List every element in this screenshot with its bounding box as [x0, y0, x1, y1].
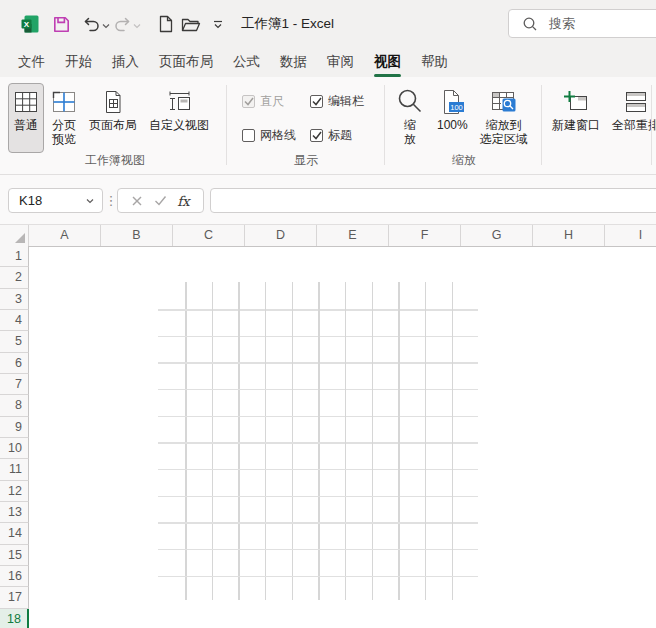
group-separator: [651, 85, 652, 165]
checkbox-label: 直尺: [260, 93, 284, 110]
button-label: 缩放: [404, 118, 416, 146]
checkbox-box-icon: [242, 95, 255, 108]
row-header-18[interactable]: 18: [0, 609, 29, 628]
new-window-button[interactable]: 新建窗口: [547, 83, 605, 153]
row-header-9[interactable]: 9: [0, 417, 29, 438]
new-file-button[interactable]: [155, 14, 175, 34]
grid-line-horizontal: [158, 576, 478, 578]
grid-line-vertical: [185, 282, 187, 600]
row-header-14[interactable]: 14: [0, 523, 29, 544]
group-label: 工作簿视图: [8, 152, 222, 169]
formula-buttons: fx: [117, 188, 204, 213]
grid-line-horizontal: [158, 442, 478, 444]
excel-window: X 工作簿1 - Excel 搜索 文件开始插入页面布局公式数据审阅视图帮助 普…: [0, 0, 656, 628]
headings-checkbox[interactable]: 标题: [310, 127, 380, 144]
page-layout-view-button[interactable]: 页面布局: [84, 83, 142, 153]
arrange-all-button[interactable]: 全部重排: [607, 83, 656, 153]
select-all-triangle-icon: [15, 233, 25, 243]
button-label: 全部重排: [612, 118, 656, 132]
excel-logo-icon: X: [20, 14, 40, 34]
formula-input[interactable]: [210, 188, 656, 213]
row-header-2[interactable]: 2: [0, 267, 29, 288]
button-label: 普通: [14, 118, 38, 132]
button-row: 缩放100100%缩放到选定区域: [390, 83, 538, 153]
new-window-icon: [562, 86, 590, 118]
name-box-chevron-icon[interactable]: [86, 198, 94, 204]
row-header-4[interactable]: 4: [0, 310, 29, 331]
tab-help[interactable]: 帮助: [421, 47, 448, 77]
cancel-button[interactable]: [131, 195, 143, 207]
normal-view-button[interactable]: 普通: [8, 83, 44, 153]
insert-function-button[interactable]: fx: [177, 193, 190, 209]
grid-line-vertical: [398, 282, 400, 600]
zoom-to-selection-button[interactable]: 缩放到选定区域: [475, 83, 533, 153]
redo-chevron-icon: [132, 21, 142, 31]
gridlines-checkbox[interactable]: 网格线: [242, 127, 302, 144]
column-header-D[interactable]: D: [245, 225, 317, 246]
tab-data[interactable]: 数据: [280, 47, 307, 77]
row-header-16[interactable]: 16: [0, 566, 29, 587]
tab-file[interactable]: 文件: [18, 47, 45, 77]
grid-line-horizontal: [158, 309, 478, 311]
row-header-13[interactable]: 13: [0, 502, 29, 523]
group-separator: [384, 85, 385, 165]
column-header-G[interactable]: G: [461, 225, 533, 246]
page-break-preview-button[interactable]: 分页预览: [46, 83, 82, 153]
group-separator: [541, 85, 542, 165]
zoom-button[interactable]: 缩放: [390, 83, 430, 153]
row-header-15[interactable]: 15: [0, 545, 29, 566]
column-header-I[interactable]: I: [605, 225, 656, 246]
tab-review[interactable]: 审阅: [327, 47, 354, 77]
grid-line-vertical: [292, 282, 294, 600]
zoom-100-button[interactable]: 100100%: [432, 83, 473, 153]
column-header-H[interactable]: H: [533, 225, 605, 246]
row-header-11[interactable]: 11: [0, 459, 29, 480]
row-header-3[interactable]: 3: [0, 289, 29, 310]
ribbon: 普通分页预览页面布局自定义视图工作簿视图直尺编辑栏网格线标题显示缩放100100…: [0, 77, 656, 175]
page-break-preview-icon: [51, 86, 77, 118]
tab-home[interactable]: 开始: [65, 47, 92, 77]
column-header-C[interactable]: C: [173, 225, 245, 246]
open-file-button[interactable]: [181, 14, 201, 34]
group-label: 显示: [232, 152, 380, 169]
zoom-100-icon: 100: [438, 86, 466, 118]
name-box[interactable]: K18: [8, 188, 103, 213]
row-header-12[interactable]: 12: [0, 481, 29, 502]
grid-line-horizontal: [158, 496, 478, 498]
qat-overflow-icon[interactable]: [213, 19, 223, 29]
search-box[interactable]: 搜索: [508, 9, 656, 38]
undo-chevron-icon[interactable]: [101, 21, 111, 31]
ruler-checkbox: 直尺: [242, 93, 302, 110]
zoom-icon: [395, 86, 425, 118]
row-header-7[interactable]: 7: [0, 374, 29, 395]
grid-line-vertical: [452, 282, 454, 600]
ribbon-group-zoom: 缩放100100%缩放到选定区域缩放: [390, 77, 538, 174]
svg-text:100: 100: [451, 103, 464, 112]
row-header-8[interactable]: 8: [0, 395, 29, 416]
row-header-10[interactable]: 10: [0, 438, 29, 459]
column-header-F[interactable]: F: [389, 225, 461, 246]
enter-button[interactable]: [154, 195, 167, 206]
column-header-B[interactable]: B: [101, 225, 173, 246]
ribbon-group-show: 直尺编辑栏网格线标题显示: [232, 77, 380, 174]
column-header-E[interactable]: E: [317, 225, 389, 246]
tab-view[interactable]: 视图: [374, 47, 401, 77]
custom-views-button[interactable]: 自定义视图: [144, 83, 214, 153]
button-row: 新建窗口全部重排: [547, 83, 653, 153]
tab-insert[interactable]: 插入: [112, 47, 139, 77]
row-header-17[interactable]: 17: [0, 587, 29, 608]
column-header-A[interactable]: A: [29, 225, 101, 246]
tab-formulas[interactable]: 公式: [233, 47, 260, 77]
undo-button[interactable]: [81, 14, 101, 34]
page-layout-icon: [100, 86, 126, 118]
formula-bar-checkbox[interactable]: 编辑栏: [310, 93, 380, 110]
search-label: 搜索: [549, 15, 575, 33]
row-header-5[interactable]: 5: [0, 331, 29, 352]
row-header-1[interactable]: 1: [0, 246, 29, 267]
row-header-6[interactable]: 6: [0, 353, 29, 374]
arrange-all-icon: [623, 86, 649, 118]
tab-page-layout[interactable]: 页面布局: [159, 47, 213, 77]
save-button[interactable]: [51, 14, 71, 34]
select-all-button[interactable]: [0, 225, 29, 246]
redo-button[interactable]: [112, 14, 132, 34]
